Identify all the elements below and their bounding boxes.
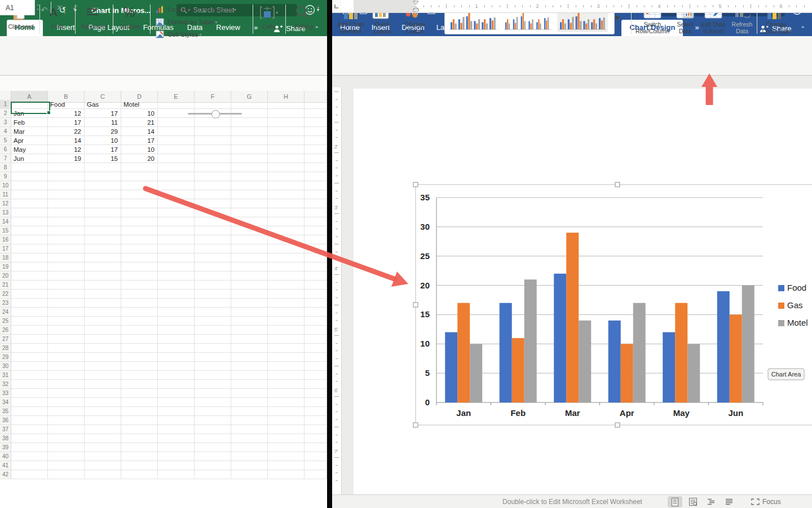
cell-b2[interactable]: 12 [48,109,85,118]
cell-b39[interactable] [48,443,85,452]
cell-c15[interactable] [85,226,121,235]
legend-label-food[interactable]: Food [787,283,806,292]
cell-f39[interactable] [195,443,231,452]
cell-f4[interactable] [195,127,231,136]
cell-f6[interactable] [195,145,231,154]
cell-c40[interactable] [85,452,121,461]
cell-partial-27[interactable] [304,335,327,344]
name-box[interactable]: A1 [0,0,35,15]
cell-d15[interactable] [121,226,158,235]
cell-a29[interactable] [11,353,48,362]
cell-g29[interactable] [231,353,268,362]
bar-gas-apr[interactable] [621,344,633,402]
cell-g33[interactable] [231,389,268,398]
cell-a16[interactable] [11,235,48,244]
cell-a39[interactable] [11,443,48,452]
cell-partial-31[interactable] [304,371,327,380]
cell-g5[interactable] [231,136,268,145]
cell-g6[interactable] [231,145,268,154]
cell-g32[interactable] [231,380,268,389]
cell-c4[interactable]: 29 [85,127,121,136]
cell-b20[interactable] [48,271,85,281]
web-layout-view-icon[interactable] [686,496,700,507]
cell-g8[interactable] [231,163,268,172]
cell-e13[interactable] [158,208,195,217]
cell-a31[interactable] [11,371,48,380]
formula-bar-expand-icon[interactable]: ▾ [317,0,320,15]
cell-partial-17[interactable] [304,244,327,253]
cell-d22[interactable] [121,290,158,299]
cell-partial-40[interactable] [304,452,327,461]
cell-partial-9[interactable] [304,172,327,181]
row-header-11[interactable]: 11 [0,190,11,199]
cell-a36[interactable] [11,416,48,425]
cell-e34[interactable] [158,398,195,407]
cell-partial-22[interactable] [304,290,327,299]
row-header-25[interactable]: 25 [0,317,11,326]
cell-e10[interactable] [158,181,195,190]
cell-partial-36[interactable] [304,416,327,425]
cell-c8[interactable] [85,163,121,172]
bar-food-jun[interactable] [717,291,730,402]
cell-a26[interactable] [11,326,48,335]
cell-f10[interactable] [195,181,231,190]
cell-e38[interactable] [158,434,195,443]
cell-g9[interactable] [231,172,268,181]
cell-c29[interactable] [85,353,121,362]
cell-g27[interactable] [231,335,268,344]
cell-g7[interactable] [231,154,268,163]
row-header-7[interactable]: 7 [0,154,11,163]
cell-f28[interactable] [195,344,231,353]
cell-b10[interactable] [48,181,85,190]
cell-c3[interactable]: 11 [85,118,121,127]
cell-a41[interactable] [11,461,48,470]
cell-b29[interactable] [48,353,85,362]
selection-handle[interactable] [413,303,418,307]
cell-b26[interactable] [48,326,85,335]
cell-c12[interactable] [85,199,121,208]
cell-c36[interactable] [85,416,121,425]
row-header-10[interactable]: 10 [0,181,11,190]
cell-d30[interactable] [121,362,158,371]
bar-food-jan[interactable] [445,332,457,402]
cell-g15[interactable] [231,226,268,235]
cell-partial-23[interactable] [304,299,327,308]
row-header-37[interactable]: 37 [0,425,11,434]
cell-partial-2[interactable] [304,109,327,118]
cell-f30[interactable] [195,362,231,371]
cell-h22[interactable] [268,290,304,299]
cell-b8[interactable] [48,163,85,172]
cell-g16[interactable] [231,235,268,244]
cell-d9[interactable] [121,172,158,181]
cell-a22[interactable] [11,290,48,299]
cell-d1[interactable]: Motel [121,100,158,109]
cell-b37[interactable] [48,425,85,434]
cell-f12[interactable] [195,199,231,208]
tab-stop-selector[interactable] [332,0,342,13]
cell-e14[interactable] [158,217,195,226]
cell-h13[interactable] [268,208,304,217]
selection-handle[interactable] [615,423,620,427]
cell-partial-20[interactable] [304,271,327,281]
cells-group-button[interactable]: ▾ Cells [255,3,283,30]
cell-c35[interactable] [85,407,121,416]
cell-d19[interactable] [121,262,158,271]
cell-f25[interactable] [195,317,231,326]
cell-f8[interactable] [195,163,231,172]
cell-b16[interactable] [48,235,85,244]
cell-d2[interactable]: 10 [121,109,158,118]
cell-e41[interactable] [158,461,195,470]
cell-c30[interactable] [85,362,121,371]
cell-a24[interactable] [11,308,48,317]
cell-h24[interactable] [268,308,304,317]
cell-a15[interactable] [11,226,48,235]
cell-partial-15[interactable] [304,226,327,235]
cell-f32[interactable] [195,380,231,389]
cell-c5[interactable]: 10 [85,136,121,145]
cell-g28[interactable] [231,344,268,353]
cell-b38[interactable] [48,434,85,443]
row-header-20[interactable]: 20 [0,271,11,281]
bar-food-mar[interactable] [554,274,566,402]
cell-e6[interactable] [158,145,195,154]
cell-partial-1[interactable] [304,100,327,109]
